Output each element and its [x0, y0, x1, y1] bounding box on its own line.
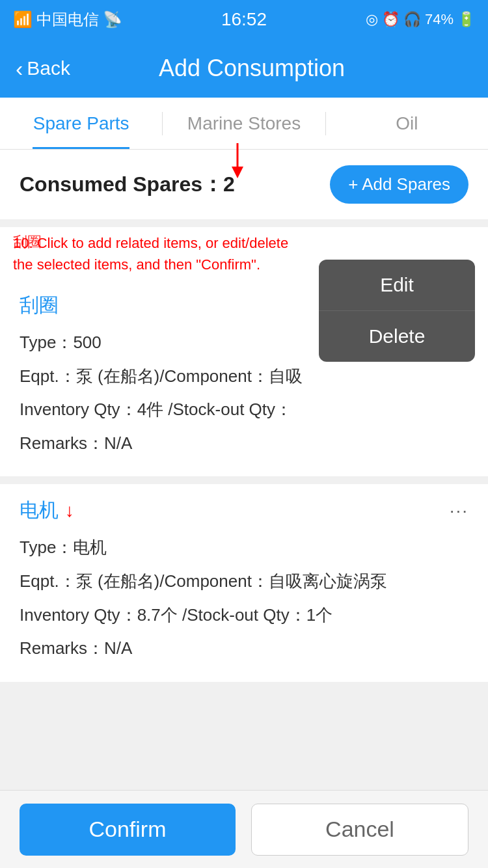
add-spares-label: + Add Spares: [348, 174, 450, 195]
context-menu-delete[interactable]: Delete: [319, 311, 475, 362]
signal-icon: 📶: [13, 10, 33, 29]
item2-title: 电机 ↓: [20, 497, 74, 524]
tab-oil-label: Oil: [396, 113, 418, 134]
item-card-1: 刮圈 10. Click to add related items, or ed…: [0, 227, 488, 476]
instruction-text: 10. Click to add related items, or edit/…: [13, 232, 299, 275]
item-card-2: 电机 ↓ ··· Type：电机 Eqpt.：泵 (在船名)/Component…: [0, 484, 488, 681]
confirm-button[interactable]: Confirm: [20, 804, 236, 856]
context-menu-edit[interactable]: Edit: [319, 260, 475, 311]
page-title: Add Consumption: [83, 55, 420, 82]
item2-down-arrow: ↓: [65, 500, 74, 521]
back-label: Back: [27, 57, 70, 79]
item2-type: Type：电机: [20, 534, 468, 562]
bottom-buttons: Confirm Cancel: [0, 790, 488, 868]
consumed-spares-title: Consumed Spares：2: [20, 170, 235, 199]
consumed-spares-section: Consumed Spares：2 + Add Spares: [0, 150, 488, 219]
status-bar: 📶 中国电信 📡 16:52 ◎ ⏰ 🎧 74% 🔋: [0, 0, 488, 39]
add-spares-button[interactable]: + Add Spares: [330, 165, 468, 204]
status-left: 📶 中国电信 📡: [13, 9, 122, 30]
item2-header: 电机 ↓ ···: [20, 497, 468, 524]
tab-marine-stores[interactable]: Marine Stores: [163, 98, 325, 149]
item2-inventory: Inventory Qty：8.7个 /Stock-out Qty：1个: [20, 602, 468, 629]
headphone-icon: 🎧: [403, 11, 421, 28]
item1-remarks: Remarks：N/A: [20, 430, 468, 457]
battery-percent: 74%: [425, 11, 454, 28]
tabs-container: Spare Parts Marine Stores Oil: [0, 98, 488, 150]
context-menu: Edit Delete: [319, 260, 475, 362]
back-arrow-icon: ‹: [16, 57, 23, 79]
item2-eqpt: Eqpt.：泵 (在船名)/Component：自吸离心旋涡泵: [20, 568, 468, 595]
item1-title-text: 刮圈: [20, 292, 59, 319]
instruction-overlay: 10. Click to add related items, or edit/…: [13, 232, 299, 275]
item1-inventory: Inventory Qty：4件 /Stock-out Qty：: [20, 396, 468, 424]
tab-spare-parts-label: Spare Parts: [33, 113, 129, 134]
status-time: 16:52: [221, 9, 267, 30]
tab-marine-stores-label: Marine Stores: [187, 113, 301, 134]
battery-icon: 🔋: [457, 11, 475, 28]
location-icon: ◎: [366, 11, 378, 28]
wifi-icon: 📡: [103, 10, 122, 29]
consumed-label: Consumed Spares：: [20, 172, 223, 196]
tab-oil[interactable]: Oil: [326, 98, 488, 149]
carrier-name: 中国电信: [36, 9, 99, 30]
item1-title: 刮圈: [20, 292, 59, 319]
item1-eqpt: Eqpt.：泵 (在船名)/Component：自吸: [20, 363, 468, 390]
cancel-button[interactable]: Cancel: [251, 804, 468, 856]
item2-remarks: Remarks：N/A: [20, 635, 468, 662]
item2-more-button[interactable]: ···: [450, 500, 468, 521]
annotation-arrow: [215, 143, 260, 179]
tab-spare-parts[interactable]: Spare Parts: [0, 98, 162, 149]
back-button[interactable]: ‹ Back: [16, 57, 70, 79]
item2-title-text: 电机: [20, 497, 59, 524]
alarm-icon: ⏰: [382, 11, 400, 28]
header: ‹ Back Add Consumption: [0, 39, 488, 98]
status-right: ◎ ⏰ 🎧 74% 🔋: [366, 11, 475, 28]
